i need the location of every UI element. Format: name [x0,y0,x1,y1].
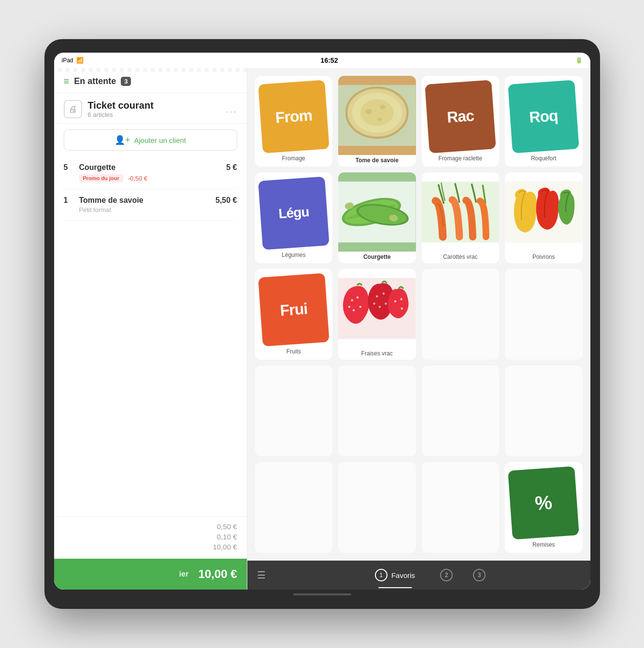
wifi-icon: 📶 [76,57,84,64]
battery-area: 🔋 [575,57,583,64]
ticket-subtitle: 6 articles [88,111,154,118]
totals-section: 0,50 € 0,10 € 10,00 € [54,516,247,559]
svg-point-27 [385,302,387,305]
total-row: 0,10 € [64,533,237,541]
tablet-bottom [54,590,590,599]
total-row: 0,50 € [64,522,237,531]
svg-point-30 [394,300,397,303]
main-content: ≡ En attente 3 🖨 Ticket courant 6 articl… [54,68,590,590]
total-value: 0,50 € [199,522,237,531]
order-item-main: 1 Tomme de savoie 5,50 € [64,196,237,205]
svg-point-29 [373,302,375,305]
product-fromage-raclette[interactable]: Rac Fromage raclette [422,76,500,167]
tablet-screen: iPad 📶 16:52 🔋 ≡ En attente 3 [54,53,590,590]
product-legumes[interactable]: Légu Légumes [255,172,333,263]
svg-point-26 [383,293,385,295]
item-name: Courgette [79,163,227,172]
total-row: 10,00 € [64,543,237,551]
tab-favoris[interactable]: 1 Favoris [367,566,423,584]
empty-cell [422,462,500,553]
item-name: Tomme de savoie [79,196,216,205]
tab-number-2: 2 [440,569,453,581]
promo-price: -0,50 € [128,175,147,182]
device-label: iPad [62,57,73,64]
product-carottes-vrac[interactable]: Carottes vrac [422,172,500,263]
empty-cell [505,366,583,456]
add-client-icon: 👤+ [114,135,130,145]
order-item-main: 5 Courgette 5 € [64,163,237,172]
left-panel: ≡ En attente 3 🖨 Ticket courant 6 articl… [54,68,247,590]
svg-point-25 [376,295,378,297]
svg-point-22 [359,306,362,308]
home-indicator [293,593,351,595]
product-fraises-vrac[interactable]: Fraises vrac [338,269,416,360]
promo-badge: Promo du jour [79,174,123,182]
product-label: Poivrons [505,252,583,263]
pay-label: ier [179,570,189,578]
product-tome-savoie[interactable]: Tome de savoie [338,76,416,167]
tab-3[interactable]: 3 [465,566,493,584]
pending-label: En attente [74,76,116,86]
product-label: Tome de savoie [338,155,416,167]
empty-cell [255,366,333,456]
product-fromage[interactable]: From Fromage [255,76,333,167]
empty-cell [255,462,333,553]
product-grid: From Fromage [247,68,590,561]
status-bar: iPad 📶 16:52 🔋 [54,53,590,68]
empty-cell [338,366,416,456]
svg-point-31 [400,298,402,300]
svg-point-28 [379,306,381,308]
product-label: Fraises vrac [338,348,416,360]
tab-list-icon[interactable]: ☰ [257,569,266,581]
promo-row: Promo du jour -0,50 € [64,174,237,182]
svg-point-32 [401,308,403,310]
svg-point-8 [346,88,407,138]
item-note: Petit format [64,206,237,213]
empty-cell [338,462,416,553]
svg-point-21 [357,296,359,299]
status-left: iPad 📶 [62,57,84,64]
tab-favoris-label: Favoris [391,571,415,579]
empty-cell [505,269,583,360]
item-price: 5 € [226,163,237,172]
item-price: 5,50 € [215,196,237,205]
product-fruits[interactable]: Frui Fruits [255,269,333,360]
tab-number-3: 3 [473,569,486,581]
more-options[interactable]: ... [226,104,237,115]
printer-icon[interactable]: 🖨 [64,100,82,118]
product-remises[interactable]: % Remises [505,462,583,553]
total-value: 0,10 € [199,533,237,541]
tablet-frame: iPad 📶 16:52 🔋 ≡ En attente 3 [44,39,600,609]
ticket-title: Ticket courant [88,100,154,111]
tab-number-1: 1 [375,569,387,581]
item-quantity: 5 [64,163,73,172]
product-poivrons[interactable]: Poivrons [505,172,583,263]
order-item[interactable]: 1 Tomme de savoie 5,50 € Petit format [64,189,237,221]
pay-amount: 10,00 € [198,567,237,581]
pending-badge: 3 [121,77,131,86]
add-client-button[interactable]: 👤+ Ajouter un client [64,129,237,151]
add-client-label: Ajouter un client [134,136,186,144]
svg-point-24 [348,306,351,308]
product-label: Carottes vrac [422,252,500,263]
empty-cell [422,269,500,360]
left-header: ≡ En attente 3 [54,68,247,93]
svg-point-23 [353,309,355,311]
ticket-info: 🖨 Ticket courant 6 articles ... [54,93,247,124]
pay-button[interactable]: ier 10,00 € [54,559,247,590]
tab-2[interactable]: 2 [432,566,460,584]
order-items: 5 Courgette 5 € Promo du jour -0,50 € 1 [54,156,247,516]
tab-bar: ☰ 1 Favoris 2 3 [247,561,590,590]
product-label: Courgette [338,252,416,263]
svg-point-20 [351,299,353,302]
order-item[interactable]: 5 Courgette 5 € Promo du jour -0,50 € [64,156,237,189]
right-panel: From Fromage [247,68,590,590]
header-left: ≡ En attente 3 [64,76,131,87]
ticket-details: Ticket courant 6 articles [88,100,154,118]
product-courgette[interactable]: Courgette [338,172,416,263]
product-roquefort[interactable]: Roq Roquefort [505,76,583,167]
clock: 16:52 [321,56,338,64]
empty-cell [422,366,500,456]
item-quantity: 1 [64,196,73,205]
hamburger-icon[interactable]: ≡ [64,76,70,87]
